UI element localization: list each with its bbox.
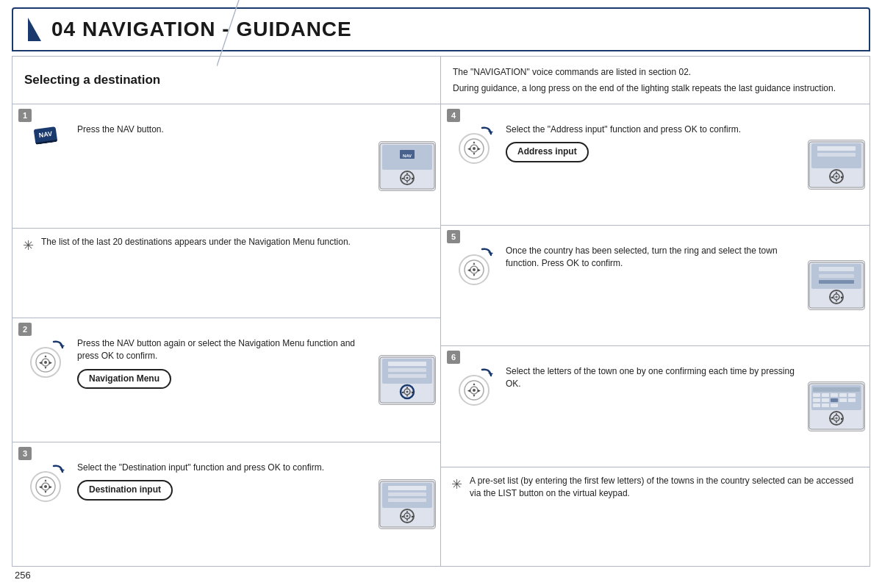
svg-text:▶: ▶ [478,146,481,151]
note-text-1: The list of the last 20 destinations app… [41,236,430,248]
step-5-content: 5 ▲ ▼ ◀ ▶ [441,226,803,346]
step-4-icon: ▲ ▼ ◀ ▶ [448,125,500,165]
main-content: Selecting a destination The "NAVIGATION"… [12,56,870,567]
steps-area: 1 NAV Press the NAV button. [12,104,870,566]
device-svg-4: ▲ ▼ ◀ ▶ [808,141,864,188]
step-2-number: 2 [18,323,32,336]
svg-text:▼: ▼ [406,394,409,398]
svg-rect-32 [388,374,426,378]
svg-line-0 [217,0,239,66]
svg-text:▲: ▲ [472,140,476,144]
page-number: 256 [12,567,870,581]
svg-text:▲: ▲ [43,478,47,482]
step-1-image: NAV ▲ ▼ ◀ ▶ [374,104,440,228]
star-icon-2: ✳ [451,476,462,492]
svg-text:▼: ▼ [406,180,409,184]
intro-text-1: The "NAVIGATION" voice commands are list… [453,65,858,79]
svg-text:▲: ▲ [472,261,476,265]
device-mockup-5: ▲ ▼ ◀ ▶ OK [808,260,865,310]
step-2-label: Press the NAV button again or select the… [77,338,355,361]
svg-text:▲: ▲ [406,171,409,175]
svg-text:▼: ▼ [835,179,838,182]
svg-rect-93 [819,267,854,271]
device-mockup-4: ▲ ▼ ◀ ▶ [808,140,865,190]
svg-text:▶: ▶ [478,267,481,271]
svg-rect-53 [388,498,426,502]
svg-text:◀: ◀ [467,388,470,392]
intro-section: Selecting a destination The "NAVIGATION"… [12,57,870,104]
step-3-image: ▲ ▼ ◀ ▶ [374,442,440,566]
steps-left: 1 NAV Press the NAV button. [12,104,441,566]
step-3-icon: ▲ ▼ ◀ ▶ [20,463,71,503]
device-mockup-6: ▲ ▼ ◀ ▶ OK [808,381,865,431]
device-mockup-3: ▲ ▼ ◀ ▶ [379,479,436,529]
step-1-number: 1 [18,109,32,122]
step-6-number: 6 [447,351,460,364]
svg-rect-122 [822,398,829,402]
device-svg-5: ▲ ▼ ◀ ▶ OK [808,262,864,309]
step-2-icon: ▲ ▼ ◀ ▶ [20,339,71,379]
step-3-text: Select the "Destination input" function … [77,448,367,501]
note-row-1: ✳ The list of the last 20 destinations a… [12,229,440,318]
step-2-content: 2 ▲ ▼ ◀ [12,318,374,442]
step-1-label: Press the NAV button. [77,124,164,135]
step-4-label: Select the "Address input" function and … [506,124,741,135]
device-mockup-2: ▲ ▼ ◀ ▶ [379,355,436,405]
svg-rect-126 [813,404,820,407]
svg-rect-94 [819,274,854,278]
svg-text:▲: ▲ [406,509,409,513]
step-1-text: Press the NAV button. [77,110,367,136]
step-4-text: Select the "Address input" function and … [506,110,796,162]
step-5-text: Once the country has been selected, turn… [506,232,796,270]
svg-text:◀: ◀ [39,359,42,364]
step-6-image: ▲ ▼ ◀ ▶ OK [803,346,870,467]
step-2-image: ▲ ▼ ◀ ▶ [374,318,440,442]
svg-text:▲: ▲ [835,412,838,415]
note-row-right: ✳ A pre-set list (by entering the first … [441,467,870,566]
svg-point-67 [836,175,838,177]
step-4-content: 4 ▲ ▼ ◀ ▶ [441,104,803,225]
svg-text:▲: ▲ [472,381,476,386]
svg-text:▼: ▼ [472,273,476,277]
svg-point-46 [406,514,409,517]
navigation-menu-box: Navigation Menu [77,369,171,389]
svg-rect-116 [813,393,820,397]
svg-rect-52 [388,492,426,496]
svg-rect-73 [817,153,856,157]
step-6-label: Select the letters of the town one by on… [506,366,795,389]
page-title: 04 NAVIGATION - GUIDANCE [51,18,352,41]
svg-marker-62 [488,131,493,134]
step-5-icon: ▲ ▼ ◀ ▶ [448,246,500,287]
step-3-label: Select the "Destination input" function … [77,462,324,473]
svg-text:▲: ▲ [835,170,838,173]
svg-point-77 [473,268,476,271]
svg-marker-20 [60,345,65,348]
step-5-label: Once the country has been selected, turn… [506,245,778,268]
step-row-2: 2 ▲ ▼ ◀ [12,318,440,442]
step-row-3: 3 ▲ ▼ ◀ ▶ [12,442,440,566]
nav-button-icon: NAV [34,126,58,145]
step-row-1: 1 NAV Press the NAV button. [12,104,440,229]
svg-text:▼: ▼ [472,151,476,156]
device-svg-3: ▲ ▼ ◀ ▶ [379,481,435,528]
svg-rect-117 [822,393,829,397]
device-mockup-1: NAV ▲ ▼ ◀ ▶ [379,141,436,191]
svg-rect-31 [388,368,426,372]
svg-text:◀: ◀ [467,146,470,151]
svg-rect-125 [848,398,856,402]
step-1-icon: NAV [20,128,71,143]
step-row-5: 5 ▲ ▼ ◀ ▶ [441,226,870,347]
svg-text:▶: ▶ [49,359,52,364]
svg-point-25 [406,390,409,392]
svg-text:▶: ▶ [478,388,481,392]
svg-text:▼: ▼ [472,393,476,398]
svg-text:◀: ◀ [39,484,42,488]
star-icon-1: ✳ [23,237,34,254]
step-5-number: 5 [447,230,460,243]
step-row-4: 4 ▲ ▼ ◀ ▶ [441,104,870,226]
svg-marker-104 [488,373,493,376]
step-6-text: Select the letters of the town one by on… [506,352,796,391]
dial-icon-4: ▲ ▼ ◀ ▶ [454,125,495,165]
svg-text:▲: ▲ [835,290,838,294]
note-text-2: A pre-set list (by entering the first fe… [470,475,859,501]
